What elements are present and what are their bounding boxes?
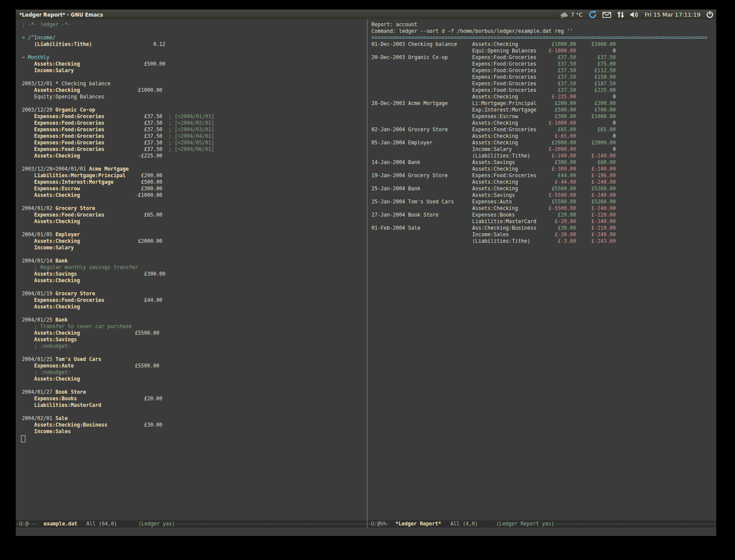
report-row: Liabilitie:MasterCard £-20.00 £-240.00 [371,218,707,225]
report-row: Expens:Food:Groceries £37.50 £150.00 [371,74,707,80]
report-row: Assets:Checking £-300.00 £-240.00 [371,166,707,172]
ledger-file-line: Expenses:Food:Groceries £37.50 ; [=2004/… [22,140,214,146]
clock-label: Fri 15 Mar 17:11:19 [645,11,700,18]
titlebar[interactable]: *Ledger Report* - GNU Emacs 7 °C Fri 15 … [16,10,716,19]
ledger-file-line: Assets:Checking:Business £30.00 [22,422,214,428]
network-arrows-icon[interactable] [617,11,624,18]
ledger-file-line [22,199,214,205]
ledger-file-line: Assets:Checking £2000.00 [22,238,214,245]
ledger-file-line: Expenses:Food:Groceries £37.50 ; [=2004/… [22,113,214,120]
ledger-file-line: Assets:Checking £5500.00 [22,330,214,336]
ledger-file-line: Expenses:Food:Groceries £37.50 ; [=2004/… [22,126,214,133]
modeline-right: -U:@%%- *Ledger Report* All (4,0) (Ledge… [368,520,716,528]
ledger-file-line: 2004/02/01 Sale [22,415,214,422]
volume-icon[interactable] [630,11,639,18]
ledger-file-line: Liabilities:Mortgage:Principal £200.00 [22,172,214,179]
ledger-file-line [22,48,214,54]
ledger-file-line [22,284,214,290]
report-row: Income:Salary £-2000.00 0 [371,146,707,153]
report-row: Equi:Opening Balances £-1000.00 0 [371,48,707,54]
echo-area[interactable] [16,528,716,536]
ledger-file-line: Income:Salary [22,245,214,251]
ledger-file-line: ; -*- ledger -*- [22,21,214,28]
report-row: Expenses:Escrow £300.00 £1000.00 [371,113,707,120]
temperature-label: 7 °C [571,11,583,18]
weather-cloud-rain-icon[interactable] [560,11,568,18]
report-row: 27-Jan-2004 Book Store Expenses:Books £2… [371,212,707,218]
ledger-file-line: Assets:Checking -£225.00 [22,153,214,159]
ledger-file-line: Assets:Savings £300.00 [22,271,214,277]
report-row: 19-Jan-2004 Grocery Store Expens:Food:Gr… [371,172,707,179]
report-row: (Liabilities:Tithe) £-3.60 £-243.60 [371,238,707,245]
ledger-file-line: Assets:Savings [22,336,214,343]
ledger-file-line: (Liabilities:Tithe) 0.12 [22,41,214,48]
refresh-icon[interactable] [588,10,597,19]
ledger-file-line: Assets:Checking [22,218,214,225]
ledger-file-window[interactable]: ; -*- ledger -*-= /^Income/ (Liabilities… [16,19,367,520]
report-row: Assets:Checking £-5500.00 £-240.00 [371,205,707,212]
report-row: Assets:Checking £-1000.00 0 [371,120,707,126]
ledger-file-line: ; Regular monthly savings transfer [22,264,214,271]
report-row: 20-Dec-2003 Organic Co-op Expens:Food:Gr… [371,54,707,61]
report-row: 02-Jan-2004 Grocery Store Expens:Food:Gr… [371,126,707,133]
ledger-file-line: Assets:Checking [22,376,214,382]
report-row: 25-Jan-2004 Tom's Used Cars Expenses:Aut… [371,199,707,205]
ledger-report-buffer-text: Report: accountCommand: ledger --sort d … [371,21,707,245]
report-row: 05-Jan-2004 Employer Assets:Checking £20… [371,140,707,146]
report-row: Expens:Food:Groceries £37.50 £112.50 [371,67,707,74]
ledger-file-line: ; Transfer to cover car purchase [22,323,214,330]
ledger-file-line: Equity:Opening Balances [22,94,214,100]
ledger-file-line: 2004/01/27 Book Store [22,389,214,396]
report-row: Assets:Checking £-65.00 0 [371,133,707,140]
report-row: 01-Dec-2003 Checking balance Assets:Chec… [371,41,707,48]
report-row: (Liabilities:Tithe) £-240.00 £-240.00 [371,153,707,159]
ledger-report-window[interactable]: Report: accountCommand: ledger --sort d … [368,19,716,520]
report-row: Expens:Food:Groceries £37.50 £187.50 [371,80,707,87]
ledger-file-line [22,350,214,356]
report-command-line: Command: ledger --sort d -f /home/borbus… [371,28,707,35]
ledger-file-line [22,159,214,166]
ledger-file-line: Assets:Checking [22,304,214,310]
ledger-file-line: = /^Income/ [22,35,214,41]
ledger-file-line [22,100,214,107]
ledger-file-line: 2003/12/01 * Checking balance [22,80,214,87]
ledger-file-line: Expenses:Food:Groceries £37.50 ; [=2004/… [22,120,214,126]
ledger-file-line: 2004/01/19 Grocery Store [22,290,214,297]
report-row: 28-Dec-2003 Acme Mortgage Li:Mortgage:Pr… [371,100,707,107]
ledger-file-line: Expenses:Food:Groceries £65.00 [22,212,214,218]
ledger-file-line: 2003/12/28=2004/01/01 Acme Mortgage [22,166,214,172]
report-row: Exp:Interest:Mortgage £500.00 £700.00 [371,107,707,113]
ledger-file-line: 2004/01/02 Grocery Store [22,205,214,212]
ledger-file-line: Expenses:Auto £5500.00 [22,363,214,369]
ledger-file-line: ~ Monthly [22,54,214,61]
ledger-file-line: Income:Salary [22,67,214,74]
ledger-file-line [22,310,214,317]
ledger-file-line: 2004/01/25 Tom's Used Cars [22,356,214,363]
ledger-file-line: ; :nobudget: [22,369,214,376]
ledger-file-line: Expenses:Food:Groceries £37.50 ; [=2004/… [22,146,214,153]
report-row: Assets:Checking £-44.00 £-240.00 [371,179,707,186]
ledger-file-line [22,382,214,389]
ledger-file-line: Expenses:Food:Groceries £44.00 [22,297,214,304]
report-separator-line: ========================================… [371,35,707,41]
power-icon[interactable] [706,11,714,18]
ledger-file-line [22,74,214,80]
report-row: Expens:Food:Groceries £37.50 £75.00 [371,61,707,67]
report-row: 25-Jan-2004 Bank Assets:Checking £5500.0… [371,186,707,192]
modeline-left-text: -U:@--- example.dat All (64,0) (Ledger y… [16,520,367,527]
ledger-file-line: 2003/12/20 Organic Co-op [22,107,214,113]
ledger-file-line: 2004/01/05 Employer [22,231,214,238]
modeline-left: -U:@--- example.dat All (64,0) (Ledger y… [16,520,367,528]
system-tray: 7 °C Fri 15 Mar 17:11:19 [560,10,714,19]
ledger-file-line [22,409,214,415]
ledger-file-line: Expenses:Books £20.00 [22,396,214,402]
report-row: Assets:Checking £-225.00 0 [371,94,707,100]
mail-icon[interactable] [602,12,611,18]
ledger-file-line: Expenses:Food:Groceries £37.50 ; [=2004/… [22,133,214,140]
ledger-file-line: Income:Sales [22,428,214,435]
ledger-file-line: ; :nobudget: [22,343,214,350]
report-header-line: Report: account [371,21,707,28]
ledger-file-line: 2004/01/25 Bank [22,317,214,323]
ledger-file-line: Assets:Checking [22,277,214,284]
ledger-file-buffer-text: ; -*- ledger -*-= /^Income/ (Liabilities… [22,21,214,441]
